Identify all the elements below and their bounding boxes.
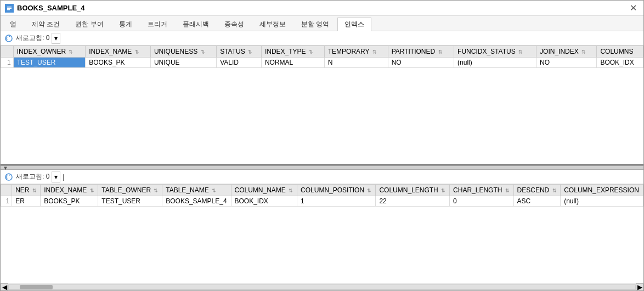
title-bar-left: BOOKS_SAMPLE_4 [5,4,85,13]
upper-col-index-name[interactable]: INDEX_NAME ⇅ [86,46,151,58]
lower-toolbar: 새로고침: 0 ▾ | [1,170,643,184]
upper-col-columns[interactable]: COLUMNS [597,46,643,58]
upper-dropdown[interactable]: ▾ [52,33,60,44]
scroll-right-button[interactable]: ▶ [636,283,643,291]
tab-statistics[interactable]: 통계 [112,18,139,31]
lower-section: 새로고침: 0 ▾ | NER ⇅ IND [1,170,643,290]
upper-col-join-index[interactable]: JOIN_INDEX ⇅ [536,46,597,58]
uniqueness-cell: UNIQUE [150,58,216,68]
upper-table: INDEX_OWNER ⇅ INDEX_NAME ⇅ UNIQUENESS ⇅ [1,45,643,68]
upper-col-status[interactable]: STATUS ⇅ [217,46,262,58]
lower-sort-icon-8: ⇅ [552,188,557,193]
lower-sort-icon-1: ⇅ [90,188,94,193]
lower-col-num [1,185,12,196]
lower-sort-icon-4: ⇅ [289,188,293,193]
tab-partition[interactable]: 분할 영역 [294,18,336,31]
upper-col-uniqueness[interactable]: UNIQUENESS ⇅ [150,46,216,58]
sort-icon-6: ⇅ [438,49,443,55]
upper-panel: INDEX_OWNER ⇅ INDEX_NAME ⇅ UNIQUENESS ⇅ [1,45,643,166]
upper-toolbar: 새로고침: 0 ▾ [1,31,643,45]
horizontal-scrollbar[interactable]: ◀ ▶ [1,283,643,290]
upper-refresh-icon[interactable] [4,33,14,43]
lower-col-ner[interactable]: NER ⇅ [12,185,41,196]
lower-refresh-label: 새로고침: 0 [16,172,49,181]
sort-icon-1: ⇅ [135,49,139,55]
tab-flashback[interactable]: 플래시백 [176,18,216,31]
sort-icon-3: ⇅ [248,49,252,55]
sort-icon-5: ⇅ [372,49,377,55]
temporary-cell: N [324,58,388,68]
lower-sort-icon-7: ⇅ [505,188,510,193]
tab-bar: 열 제약 조건 권한 부여 통계 트리거 플래시백 종속성 세부정보 분할 영역… [1,16,643,31]
index-name-cell: BOOKS_PK [86,58,151,68]
sort-icon-4: ⇅ [309,49,313,55]
window-title: BOOKS_SAMPLE_4 [17,4,85,12]
columns-cell: BOOK_IDX [597,58,643,68]
title-bar: BOOKS_SAMPLE_4 ✕ [1,1,643,16]
table-name-cell: BOOKS_SAMPLE_4 [162,196,231,207]
lower-sort-icon-3: ⇅ [212,188,216,193]
scroll-left-button[interactable]: ◀ [1,283,8,291]
funcidx-status-cell: (null) [454,58,536,68]
column-length-cell: 22 [376,196,450,207]
svg-rect-3 [7,9,10,10]
table-owner-cell: TEST_USER [98,196,162,207]
svg-rect-1 [7,7,12,8]
divider-handle[interactable]: ▼ [1,166,643,170]
lower-col-column-name[interactable]: COLUMN_NAME ⇅ [231,185,297,196]
partitioned-cell: NO [388,58,454,68]
index-owner-cell: TEST_USER [13,58,86,68]
column-name-cell: BOOK_IDX [231,196,297,207]
lower-col-table-name[interactable]: TABLE_NAME ⇅ [162,185,231,196]
lower-col-char-length[interactable]: CHAR_LENGTH ⇅ [450,185,514,196]
table-row[interactable]: 1ERBOOKS_PKTEST_USERBOOKS_SAMPLE_4BOOK_I… [1,196,643,207]
upper-refresh-label: 새로고침: 0 [16,33,49,43]
char-length-cell: 0 [450,196,514,207]
tab-columns[interactable]: 열 [3,18,24,31]
lower-dropdown[interactable]: ▾ [52,172,60,182]
main-window: BOOKS_SAMPLE_4 ✕ 열 제약 조건 권한 부여 통계 트리거 플래… [0,0,644,291]
sort-icon-7: ⇅ [518,49,523,55]
tab-index[interactable]: 인덱스 [337,18,371,31]
lower-col-table-owner[interactable]: TABLE_OWNER ⇅ [98,185,162,196]
column-position-cell: 1 [297,196,376,207]
tab-dependencies[interactable]: 종속성 [217,18,251,31]
lower-col-column-expression[interactable]: COLUMN_EXPRESSION [561,185,643,196]
sort-icon-0: ⇅ [69,49,73,55]
upper-col-num [1,46,14,58]
scrollbar-track[interactable] [8,284,636,290]
tab-details[interactable]: 세부정보 [252,18,293,31]
upper-col-funcidx-status[interactable]: FUNCIDX_STATUS ⇅ [454,46,536,58]
tab-constraints[interactable]: 제약 조건 [25,18,67,31]
lower-col-index-name[interactable]: INDEX_NAME ⇅ [41,185,98,196]
lower-table: NER ⇅ INDEX_NAME ⇅ TABLE_OWNER ⇅ [1,184,643,207]
svg-rect-2 [7,8,12,9]
tab-triggers[interactable]: 트리거 [140,18,174,31]
close-button[interactable]: ✕ [628,3,639,13]
index-type-cell: NORMAL [261,58,324,68]
tab-grants[interactable]: 권한 부여 [68,18,110,31]
lower-separator: | [63,173,64,181]
sort-icon-2: ⇅ [201,49,205,55]
upper-col-partitioned[interactable]: PARTITIONED ⇅ [388,46,454,58]
lower-col-descend[interactable]: DESCEND ⇅ [513,185,561,196]
lower-col-column-position[interactable]: COLUMN_POSITION ⇅ [297,185,376,196]
upper-col-temporary[interactable]: TEMPORARY ⇅ [324,46,388,58]
upper-col-index-owner[interactable]: INDEX_OWNER ⇅ [13,46,86,58]
lower-sort-icon-6: ⇅ [441,188,445,193]
row-num-cell: 1 [1,58,14,68]
lower-sort-icon-0: ⇅ [32,188,37,193]
scrollbar-thumb[interactable] [20,285,53,289]
descend-cell: ASC [513,196,561,207]
upper-col-index-type[interactable]: INDEX_TYPE ⇅ [261,46,324,58]
lower-sort-icon-2: ⇅ [154,188,158,193]
column-expression-cell: (null) [561,196,643,207]
table-row[interactable]: 1TEST_USERBOOKS_PKUNIQUEVALIDNORMALNNO(n… [1,58,643,68]
sort-icon-8: ⇅ [581,49,586,55]
lower-col-column-length[interactable]: COLUMN_LENGTH ⇅ [376,185,450,196]
ner-cell: ER [12,196,41,207]
status-cell: VALID [217,58,262,68]
window-icon [5,4,14,13]
lower-refresh-icon[interactable] [4,172,14,182]
index-name-cell: BOOKS_PK [41,196,98,207]
